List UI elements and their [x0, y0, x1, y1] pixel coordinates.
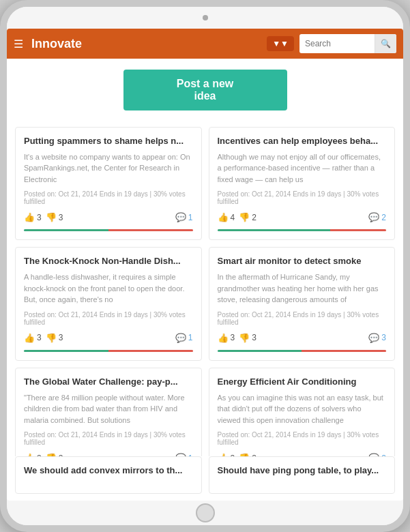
- card-meta: Posted on: Oct 21, 2014 Ends in 19 days …: [24, 431, 193, 446]
- search-input[interactable]: [299, 39, 375, 48]
- thumbs-up-icon[interactable]: 👍: [24, 453, 35, 456]
- card-meta: Posted on: Oct 21, 2014 Ends in 19 days …: [218, 190, 387, 205]
- hamburger-icon[interactable]: ☰: [14, 38, 23, 50]
- comment-count: 1: [188, 333, 193, 342]
- search-container: 🔍: [299, 34, 396, 53]
- card-description: A handle-less dishwasher, it requires a …: [24, 271, 193, 306]
- comment-icon[interactable]: 💬: [368, 453, 379, 456]
- card-footer: 👍 3 👎 3 💬 2: [218, 453, 387, 456]
- comment-icon[interactable]: 💬: [175, 333, 186, 343]
- post-idea-button[interactable]: Post a new idea: [123, 70, 287, 110]
- comment-group: 💬 1: [175, 453, 193, 456]
- vote-up-group: 👍 4: [218, 212, 235, 222]
- vote-up-group: 👍 3: [24, 333, 42, 343]
- card-item[interactable]: Smart air monitor to detect smoke In the…: [209, 247, 396, 360]
- thumbs-up-icon[interactable]: 👍: [24, 212, 35, 222]
- vote-down-group: 👎 2: [239, 212, 257, 222]
- card-item[interactable]: Incentives can help employees beha... Al…: [209, 127, 396, 240]
- vote-down-count: 3: [59, 333, 63, 342]
- progress-down: [108, 350, 193, 352]
- card-footer: 👍 3 👎 3 💬 1: [24, 333, 193, 343]
- thumbs-down-icon[interactable]: 👎: [239, 453, 250, 456]
- comment-icon[interactable]: 💬: [368, 212, 379, 222]
- post-idea-container: Post a new idea: [7, 59, 403, 121]
- thumbs-down-icon[interactable]: 👎: [239, 212, 250, 222]
- comment-icon[interactable]: 💬: [175, 212, 186, 222]
- vote-down-count: 3: [252, 333, 257, 342]
- comment-count: 3: [381, 333, 386, 342]
- card-description: It's a website no company wants to appea…: [24, 151, 193, 186]
- vote-section: 👍 3 👎 3: [218, 453, 257, 456]
- vote-up-count: 3: [37, 454, 42, 456]
- card-meta: Posted on: Oct 21, 2014 Ends in 19 days …: [218, 311, 387, 326]
- vote-section: 👍 3 👎 3: [218, 333, 257, 343]
- tablet-top-bar: [7, 7, 403, 29]
- search-button[interactable]: 🔍: [375, 34, 396, 53]
- vote-up-count: 3: [231, 454, 235, 456]
- card-description: "There are 84 million people without wat…: [24, 392, 193, 426]
- app-header: ☰ Innovate ▼▼ 🔍: [7, 29, 403, 59]
- comment-count: 1: [188, 213, 193, 222]
- comment-icon[interactable]: 💬: [368, 333, 379, 343]
- thumbs-down-icon[interactable]: 👎: [46, 212, 57, 222]
- card-title: Energy Efficient Air Conditioning: [218, 376, 387, 388]
- card-progress-bar: [218, 229, 387, 231]
- vote-down-count: 3: [252, 454, 257, 456]
- thumbs-up-icon[interactable]: 👍: [24, 333, 35, 343]
- vote-down-group: 👎 3: [239, 333, 257, 343]
- card-title: Incentives can help employees beha...: [218, 136, 387, 147]
- card-title: Putting spammers to shame helps n...: [24, 136, 193, 147]
- vote-up-group: 👍 3: [24, 453, 42, 456]
- card-progress-bar: [24, 350, 193, 352]
- vote-section: 👍 3 👎 3: [24, 333, 63, 343]
- tablet-screen: ☰ Innovate ▼▼ 🔍 Post a new idea Putting …: [7, 29, 403, 501]
- vote-up-count: 3: [37, 213, 42, 222]
- partial-card-title: We should add convex mirrors to th...: [24, 465, 193, 475]
- partial-card-item[interactable]: Should have ping pong table, to play...: [209, 456, 396, 494]
- comment-group: 💬 1: [175, 212, 193, 222]
- vote-section: 👍 3 👎 3: [24, 453, 63, 456]
- vote-down-group: 👎 3: [46, 333, 63, 343]
- thumbs-up-icon[interactable]: 👍: [218, 453, 229, 456]
- vote-down-count: 3: [59, 454, 63, 456]
- vote-section: 👍 4 👎 2: [218, 212, 257, 222]
- tablet-frame: ☰ Innovate ▼▼ 🔍 Post a new idea Putting …: [0, 0, 410, 532]
- card-footer: 👍 3 👎 3 💬 1: [24, 212, 193, 222]
- thumbs-up-icon[interactable]: 👍: [218, 212, 229, 222]
- search-icon: 🔍: [381, 39, 391, 48]
- bottom-partial-row: We should add convex mirrors to th...Sho…: [7, 456, 403, 501]
- progress-down: [330, 229, 386, 231]
- card-description: As you can imagine this was not an easy …: [218, 392, 387, 426]
- comment-group: 💬 2: [368, 212, 386, 222]
- vote-up-count: 4: [231, 213, 235, 222]
- partial-card-item[interactable]: We should add convex mirrors to th...: [15, 456, 202, 494]
- vote-down-count: 2: [252, 213, 257, 222]
- card-meta: Posted on: Oct 21, 2014 Ends in 19 days …: [24, 190, 193, 205]
- filter-button[interactable]: ▼▼: [267, 36, 294, 51]
- thumbs-down-icon[interactable]: 👎: [239, 333, 250, 343]
- comment-group: 💬 1: [175, 333, 193, 343]
- comment-icon[interactable]: 💬: [175, 453, 186, 456]
- thumbs-down-icon[interactable]: 👎: [46, 333, 57, 343]
- vote-down-group: 👎 3: [46, 453, 63, 456]
- card-meta: Posted on: Oct 21, 2014 Ends in 19 days …: [218, 431, 387, 446]
- card-item[interactable]: The Knock-Knock Non-Handle Dish... A han…: [15, 247, 202, 360]
- thumbs-down-icon[interactable]: 👎: [46, 453, 57, 456]
- home-button[interactable]: [196, 503, 215, 522]
- vote-down-count: 3: [59, 213, 63, 222]
- comment-group: 💬 3: [368, 333, 386, 343]
- card-item[interactable]: Energy Efficient Air Conditioning As you…: [209, 368, 396, 456]
- progress-up: [218, 229, 331, 231]
- tablet-bottom-bar: [7, 501, 403, 525]
- comment-group: 💬 2: [368, 453, 386, 456]
- comment-count: 2: [381, 213, 386, 222]
- card-footer: 👍 3 👎 3 💬 1: [24, 453, 193, 456]
- card-footer: 👍 4 👎 2 💬 2: [218, 212, 387, 222]
- card-item[interactable]: Putting spammers to shame helps n... It'…: [15, 127, 202, 240]
- thumbs-up-icon[interactable]: 👍: [218, 333, 229, 343]
- card-item[interactable]: The Global Water Challenge: pay-p... "Th…: [15, 368, 202, 456]
- vote-up-group: 👍 3: [218, 333, 235, 343]
- vote-up-count: 3: [231, 333, 235, 342]
- card-footer: 👍 3 👎 3 💬 3: [218, 333, 387, 343]
- progress-up: [24, 350, 108, 352]
